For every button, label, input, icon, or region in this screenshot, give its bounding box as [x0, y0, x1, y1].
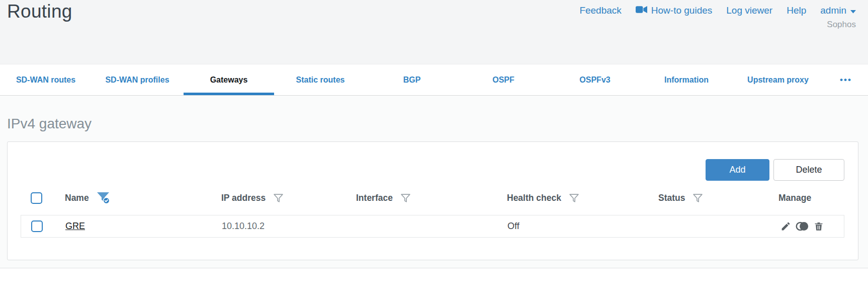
- edit-icon[interactable]: [780, 221, 791, 232]
- filter-icon[interactable]: [692, 193, 703, 203]
- table-row: GRE 10.10.10.2 Off: [21, 215, 844, 238]
- add-button[interactable]: Add: [706, 159, 769, 181]
- section-heading: IPv4 gateway: [0, 96, 868, 132]
- delete-button[interactable]: Delete: [773, 159, 844, 181]
- select-all-checkbox[interactable]: [31, 192, 42, 204]
- brand-label: Sophos: [579, 20, 856, 30]
- gateway-ip: 10.10.10.2: [222, 221, 357, 232]
- tab-sdwan-routes[interactable]: SD-WAN routes: [0, 64, 92, 95]
- column-header-name: Name: [65, 193, 89, 203]
- row-checkbox[interactable]: [31, 220, 43, 232]
- table-header: Name IP address Interface Health check: [21, 189, 844, 207]
- tab-upstream-proxy[interactable]: Upstream proxy: [732, 64, 824, 95]
- delete-icon[interactable]: [814, 221, 824, 232]
- howto-guides-link[interactable]: How-to guides: [636, 5, 712, 16]
- table-actions: Add Delete: [21, 159, 844, 181]
- video-camera-icon: [636, 5, 647, 16]
- log-viewer-link[interactable]: Log viewer: [726, 5, 772, 16]
- tab-information[interactable]: Information: [641, 64, 732, 95]
- page-title: Routing: [7, 1, 72, 64]
- feedback-link[interactable]: Feedback: [579, 5, 621, 16]
- tab-ospf[interactable]: OSPF: [458, 64, 549, 95]
- column-header-manage: Manage: [778, 193, 811, 203]
- filter-icon[interactable]: [569, 193, 579, 203]
- tab-static-routes[interactable]: Static routes: [275, 64, 366, 95]
- deactivate-icon[interactable]: [796, 221, 809, 232]
- tab-bgp[interactable]: BGP: [366, 64, 458, 95]
- tab-ospfv3[interactable]: OSPFv3: [549, 64, 641, 95]
- tab-bar: SD-WAN routes SD-WAN profiles Gateways S…: [0, 64, 868, 96]
- gateway-name-link[interactable]: GRE: [65, 221, 85, 231]
- top-header: Routing Feedback How-to guides Log viewe…: [0, 0, 868, 64]
- gateway-card: Add Delete Name IP address Interface: [7, 141, 858, 260]
- column-header-status: Status: [658, 193, 685, 203]
- tab-gateways[interactable]: Gateways: [183, 64, 275, 95]
- admin-menu[interactable]: admin: [820, 5, 856, 16]
- column-header-health-check: Health check: [507, 193, 561, 203]
- help-link[interactable]: Help: [787, 5, 806, 16]
- filter-icon[interactable]: [400, 193, 411, 203]
- content-area: IPv4 gateway Add Delete Name IP address: [0, 96, 868, 268]
- column-header-interface: Interface: [356, 193, 393, 203]
- manage-cell: [779, 221, 844, 232]
- tab-sdwan-profiles[interactable]: SD-WAN profiles: [92, 64, 183, 95]
- filter-icon[interactable]: [273, 193, 284, 203]
- filter-active-icon[interactable]: [97, 192, 110, 204]
- more-tabs-button[interactable]: •••: [824, 64, 868, 95]
- column-header-ip-address: IP address: [221, 193, 266, 203]
- chevron-down-icon: [850, 5, 856, 16]
- top-right-area: Feedback How-to guides Log viewer Help a…: [579, 0, 856, 64]
- gateway-health-check: Off: [507, 221, 659, 232]
